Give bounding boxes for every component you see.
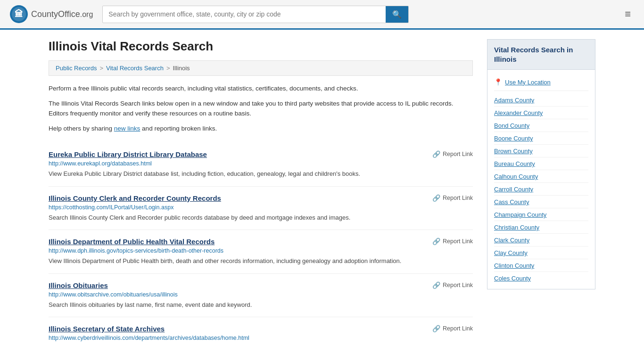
county-link-12[interactable]: Clay County	[494, 249, 528, 256]
logo-icon: 🏛	[9, 5, 28, 24]
site-header: 🏛 CountyOffice.org 🔍 ≡	[0, 0, 644, 30]
hamburger-icon: ≡	[625, 8, 631, 20]
record-header-3: Illinois Obituaries 🔗 Report Link	[49, 281, 473, 289]
logo-area: 🏛 CountyOffice.org	[9, 5, 93, 24]
record-title-3[interactable]: Illinois Obituaries	[49, 281, 108, 289]
county-list-item: Coles County	[494, 272, 588, 284]
county-link-4[interactable]: Brown County	[494, 148, 533, 155]
record-url-3[interactable]: http://www.obitsarchive.com/obituaries/u…	[49, 291, 473, 298]
report-link-0[interactable]: 🔗 Report Link	[432, 150, 473, 158]
svg-text:🏛: 🏛	[15, 9, 23, 19]
record-header-4: Illinois Secretary of State Archives 🔗 R…	[49, 325, 473, 333]
report-label-1: Report Link	[443, 195, 473, 201]
county-link-3[interactable]: Boone County	[494, 135, 533, 142]
record-url-4[interactable]: http://www.cyberdriveillinois.com/depart…	[49, 335, 473, 341]
location-icon: 📍	[494, 78, 502, 86]
sidebar-body: 📍 Use My Location Adams CountyAlexander …	[487, 70, 595, 289]
county-link-11[interactable]: Clark County	[494, 237, 529, 244]
county-link-8[interactable]: Cass County	[494, 198, 529, 206]
sidebar-title: Vital Records Search in Illinois	[487, 39, 595, 70]
county-list-item: Alexander County	[494, 107, 588, 119]
county-list-item: Brown County	[494, 145, 588, 157]
new-links-link[interactable]: new links	[114, 125, 140, 132]
logo-text: CountyOffice.org	[31, 9, 93, 19]
record-title-2[interactable]: Illinois Department of Public Health Vit…	[49, 238, 215, 246]
report-icon-3: 🔗	[432, 281, 440, 289]
record-title-4[interactable]: Illinois Secretary of State Archives	[49, 325, 165, 333]
record-title-0[interactable]: Eureka Public Library District Library D…	[49, 150, 207, 158]
record-url-1[interactable]: https://cotthosting.com/ILPortal/User/Lo…	[49, 204, 473, 211]
record-item: Illinois County Clerk and Recorder Count…	[49, 187, 473, 230]
record-item: Illinois Department of Public Health Vit…	[49, 230, 473, 274]
report-label-2: Report Link	[443, 238, 473, 245]
county-list-item: Calhoun County	[494, 170, 588, 183]
main-container: Illinois Vital Records Search Public Rec…	[39, 30, 605, 361]
breadcrumb-current: Illinois	[173, 65, 190, 72]
county-list-item: Champaign County	[494, 208, 588, 221]
report-link-3[interactable]: 🔗 Report Link	[432, 281, 473, 289]
county-link-9[interactable]: Champaign County	[494, 211, 546, 218]
use-location-row: 📍 Use My Location	[494, 74, 588, 91]
record-item: Illinois Obituaries 🔗 Report Link http:/…	[49, 274, 473, 318]
record-url-0[interactable]: http://www.eurekapl.org/databases.html	[49, 160, 473, 167]
report-icon-4: 🔗	[432, 325, 440, 332]
record-desc-0: View Eureka Public Library District data…	[49, 169, 473, 179]
county-list-item: Bureau County	[494, 157, 588, 170]
menu-button[interactable]: ≡	[621, 6, 635, 22]
search-bar: 🔍	[102, 6, 409, 23]
county-list-item: Adams County	[494, 94, 588, 107]
county-link-5[interactable]: Bureau County	[494, 160, 535, 167]
report-label-4: Report Link	[443, 325, 473, 332]
county-list-item: Boone County	[494, 132, 588, 145]
search-icon: 🔍	[392, 10, 402, 18]
county-link-2[interactable]: Bond County	[494, 122, 529, 129]
county-link-1[interactable]: Alexander County	[494, 109, 543, 116]
record-title-1[interactable]: Illinois County Clerk and Recorder Count…	[49, 194, 221, 202]
county-link-0[interactable]: Adams County	[494, 97, 534, 104]
search-button[interactable]: 🔍	[386, 6, 408, 23]
report-link-4[interactable]: 🔗 Report Link	[432, 325, 473, 332]
county-list: Adams CountyAlexander CountyBond CountyB…	[494, 94, 588, 284]
county-list-item: Clay County	[494, 247, 588, 259]
county-list-item: Clark County	[494, 234, 588, 247]
breadcrumb-public-records[interactable]: Public Records	[56, 65, 97, 72]
page-title: Illinois Vital Records Search	[49, 39, 473, 54]
record-desc-1: Search Illinois County Clerk and Recorde…	[49, 213, 473, 222]
desc-para-1: Perform a free Illinois public vital rec…	[49, 83, 473, 94]
breadcrumb-sep-1: >	[99, 65, 103, 72]
county-link-14[interactable]: Coles County	[494, 275, 531, 282]
county-list-item: Bond County	[494, 119, 588, 132]
desc-para-2: The Illinois Vital Records Search links …	[49, 99, 473, 119]
description-block: Perform a free Illinois public vital rec…	[49, 83, 473, 133]
county-list-item: Clinton County	[494, 259, 588, 272]
report-link-1[interactable]: 🔗 Report Link	[432, 194, 473, 202]
county-link-6[interactable]: Calhoun County	[494, 173, 538, 180]
county-list-item: Cass County	[494, 196, 588, 208]
report-label-0: Report Link	[443, 151, 473, 157]
report-label-3: Report Link	[443, 282, 473, 288]
record-item: Illinois Secretary of State Archives 🔗 R…	[49, 317, 473, 351]
breadcrumb-sep-2: >	[166, 65, 170, 72]
record-header-0: Eureka Public Library District Library D…	[49, 150, 473, 158]
county-list-item: Carroll County	[494, 183, 588, 196]
county-list-item: Christian County	[494, 221, 588, 234]
sidebar: Vital Records Search in Illinois 📍 Use M…	[487, 39, 595, 351]
report-icon-0: 🔗	[432, 150, 440, 158]
use-location-link[interactable]: Use My Location	[505, 79, 551, 86]
record-desc-2: View Illinois Department of Public Healt…	[49, 256, 473, 266]
records-list: Eureka Public Library District Library D…	[49, 143, 473, 351]
breadcrumb-vital-records[interactable]: Vital Records Search	[106, 65, 164, 72]
content-area: Illinois Vital Records Search Public Rec…	[49, 39, 473, 351]
desc-para-3: Help others by sharing new links and rep…	[49, 123, 473, 134]
county-link-7[interactable]: Carroll County	[494, 186, 533, 193]
report-icon-1: 🔗	[432, 194, 440, 202]
record-url-2[interactable]: http://www.dph.illinois.gov/topics-servi…	[49, 247, 473, 254]
record-header-1: Illinois County Clerk and Recorder Count…	[49, 194, 473, 202]
report-icon-2: 🔗	[432, 238, 440, 245]
county-link-10[interactable]: Christian County	[494, 224, 539, 231]
record-desc-3: Search Illinois obituaries by last name,…	[49, 300, 473, 310]
search-input[interactable]	[103, 7, 386, 22]
report-link-2[interactable]: 🔗 Report Link	[432, 238, 473, 245]
county-link-13[interactable]: Clinton County	[494, 262, 534, 269]
record-header-2: Illinois Department of Public Health Vit…	[49, 238, 473, 246]
